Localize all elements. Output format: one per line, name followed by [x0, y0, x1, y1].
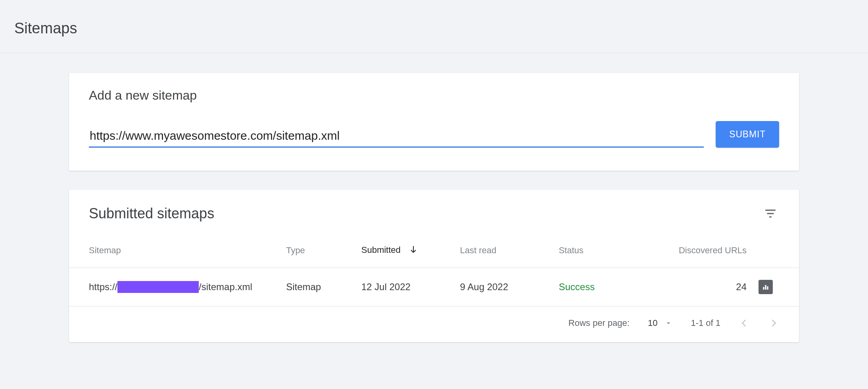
url-prefix: https://: [89, 281, 117, 293]
rows-per-page-value: 10: [648, 318, 657, 328]
view-chart-button[interactable]: [759, 280, 773, 294]
url-suffix: /sitemap.xml: [199, 281, 252, 293]
svg-rect-2: [767, 286, 768, 289]
sitemaps-table: Sitemap Type Submitted Last read Status …: [69, 238, 799, 306]
chevron-left-icon: [739, 318, 750, 329]
col-header-lastread[interactable]: Last read: [460, 238, 559, 268]
bar-chart-icon: [762, 283, 770, 291]
pager-range: 1-1 of 1: [691, 318, 720, 328]
svg-rect-0: [763, 287, 764, 290]
cell-type: Sitemap: [286, 268, 361, 306]
cell-submitted: 12 Jul 2022: [361, 268, 460, 306]
col-header-sitemap[interactable]: Sitemap: [69, 238, 286, 268]
svg-rect-1: [765, 285, 766, 290]
cell-status: Success: [559, 268, 667, 306]
add-sitemap-row: SUBMIT: [89, 121, 779, 148]
pager-next-button[interactable]: [768, 318, 779, 329]
col-header-submitted-label: Submitted: [361, 245, 401, 255]
table-row[interactable]: https:///sitemap.xml Sitemap 12 Jul 2022…: [69, 268, 799, 306]
cell-lastread: 9 Aug 2022: [460, 268, 559, 306]
col-header-action: [759, 238, 799, 268]
chevron-right-icon: [768, 318, 779, 329]
rows-per-page-select[interactable]: 10: [648, 318, 672, 328]
submit-button[interactable]: SUBMIT: [716, 121, 779, 148]
col-header-type[interactable]: Type: [286, 238, 361, 268]
col-header-submitted[interactable]: Submitted: [361, 238, 460, 268]
cell-discovered: 24: [667, 268, 759, 306]
pager: Rows per page: 10 1-1 of 1: [69, 306, 799, 342]
col-header-status[interactable]: Status: [559, 238, 667, 268]
submitted-sitemaps-card: Submitted sitemaps Sitemap Type Submitte…: [69, 190, 799, 342]
sitemap-url-cell: https:///sitemap.xml: [89, 281, 286, 293]
sitemap-url-input[interactable]: [89, 127, 704, 148]
rows-per-page-label: Rows per page:: [568, 318, 630, 328]
content: Add a new sitemap SUBMIT Submitted sitem…: [69, 73, 799, 342]
list-header: Submitted sitemaps: [69, 190, 799, 238]
dropdown-icon: [664, 319, 672, 327]
page-title: Sitemaps: [14, 20, 868, 37]
col-header-discovered[interactable]: Discovered URLs: [667, 238, 759, 268]
redacted-domain: [117, 281, 199, 293]
page-header: Sitemaps: [0, 0, 868, 53]
filter-button[interactable]: [762, 205, 779, 222]
filter-icon: [764, 207, 777, 220]
pager-prev-button[interactable]: [739, 318, 750, 329]
add-sitemap-card: Add a new sitemap SUBMIT: [69, 73, 799, 171]
list-title: Submitted sitemaps: [89, 205, 214, 222]
add-sitemap-title: Add a new sitemap: [89, 88, 779, 103]
sort-desc-icon: [409, 245, 418, 256]
